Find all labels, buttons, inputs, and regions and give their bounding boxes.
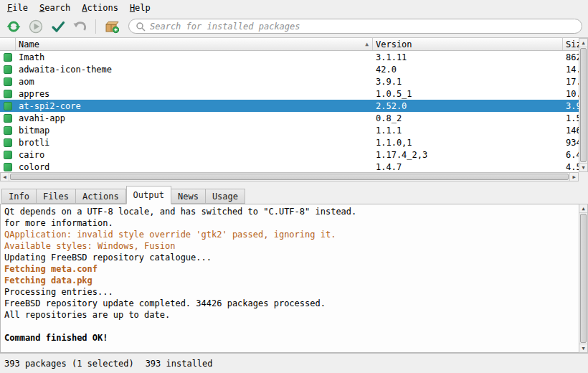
package-installed-icon (4, 90, 12, 98)
scroll-right-icon: ▶ (572, 174, 575, 180)
column-header-name[interactable]: Name ▲ (16, 38, 373, 50)
scroll-down-button[interactable]: ▼ (579, 163, 587, 171)
status-cell (0, 65, 16, 74)
menu-help[interactable]: Help (124, 1, 156, 14)
package-version-cell: 1.0.5_1 (373, 89, 563, 99)
scroll-left-button[interactable]: ◀ (1, 173, 9, 181)
output-text: Qt depends on a UTF-8 locale, and has sw… (4, 206, 575, 351)
get-updates-button[interactable] (101, 16, 121, 36)
output-scroll-up-button[interactable]: ▲ (579, 204, 587, 213)
table-row[interactable]: appres1.0.5_110.0 (0, 88, 579, 100)
package-version-cell: 1.4.7 (373, 162, 563, 172)
column-label-version: Version (376, 39, 412, 49)
commit-button[interactable] (48, 16, 68, 36)
table-row[interactable]: cairo1.17.4_2,36.46 (0, 148, 579, 161)
package-installed-icon (4, 77, 12, 86)
menu-actions[interactable]: Actions (76, 1, 124, 14)
scrollbar-corner (579, 172, 588, 181)
tab-files[interactable]: Files (37, 189, 76, 204)
column-header-status[interactable] (0, 38, 16, 50)
package-size-cell: 3.97 (563, 101, 579, 111)
package-version-cell: 3.1.11 (373, 52, 563, 62)
scroll-up-button[interactable]: ▲ (579, 39, 587, 47)
table-row[interactable]: at-spi2-core2.52.03.97 (0, 100, 579, 112)
table-row[interactable]: colord1.4.74.59 (0, 161, 579, 172)
installed-count-label: 393 installed (146, 359, 213, 369)
package-size-cell: 934. (563, 138, 579, 148)
tab-actions[interactable]: Actions (76, 189, 126, 204)
package-size-cell: 10.0 (563, 89, 579, 99)
column-header-size[interactable]: Size (563, 38, 579, 50)
scroll-down-icon: ▼ (582, 165, 584, 171)
package-size-cell: 4.59 (563, 162, 579, 172)
output-line: Processing entries... (4, 286, 575, 298)
table-horizontal-scrollbar[interactable]: ◀ ▶ (0, 172, 579, 181)
package-size-cell: 862. (563, 52, 579, 62)
scroll-right-button[interactable]: ▶ (569, 173, 578, 181)
run-transaction-button[interactable] (26, 16, 46, 36)
output-scroll-down-button[interactable]: ▼ (579, 344, 587, 352)
package-version-cell: 1.17.4_2,3 (373, 150, 563, 160)
status-cell (0, 90, 16, 98)
menu-search[interactable]: Search (34, 1, 76, 14)
package-size-cell: 146. (563, 126, 579, 136)
package-name-cell: aom (16, 77, 373, 87)
sync-database-button[interactable] (4, 16, 24, 36)
column-header-version[interactable]: Version (373, 38, 563, 50)
package-manager-window: FileSearchActionsHelp (0, 0, 588, 373)
output-panel: Qt depends on a UTF-8 locale, and has sw… (0, 204, 588, 353)
output-line: Updating FreeBSD repository catalogue... (4, 252, 575, 263)
table-row[interactable]: brotli1.1.0,1934. (0, 136, 579, 148)
tab-output[interactable]: Output (126, 186, 171, 204)
package-name-cell: adwaita-icon-theme (16, 65, 373, 75)
package-name-cell: colord (16, 162, 373, 172)
table-row[interactable]: Imath3.1.11862. (0, 51, 579, 63)
menu-file[interactable]: File (1, 1, 34, 14)
output-line: Command finished OK! (4, 332, 575, 344)
sync-packages-icon (6, 19, 22, 34)
package-size-cell: 17.8 (563, 77, 579, 87)
package-installed-icon (4, 138, 12, 147)
tab-news[interactable]: News (171, 189, 206, 204)
table-scrollbar-thumb[interactable] (580, 48, 587, 162)
package-version-cell: 1.1.0,1 (373, 138, 563, 148)
output-line: Fetching data.pkg (4, 275, 575, 286)
column-label-size: Size (566, 39, 579, 49)
package-version-cell: 1.1.1 (373, 126, 563, 136)
output-scrollbar-thumb[interactable] (580, 214, 587, 343)
table-hscrollbar-thumb[interactable] (10, 174, 569, 180)
tab-info[interactable]: Info (1, 189, 37, 204)
package-name-cell: brotli (16, 138, 373, 148)
package-installed-icon (4, 151, 12, 159)
package-installed-icon (4, 163, 12, 171)
table-row[interactable]: avahi-app0.8_21.59 (0, 112, 579, 124)
table-row[interactable]: adwaita-icon-theme42.014.0 (0, 63, 579, 75)
toolbar-separator (95, 19, 96, 34)
table-header: Name ▲ Version Size (0, 38, 579, 51)
package-installed-icon (4, 126, 12, 135)
output-vertical-scrollbar[interactable]: ▲ ▼ (579, 204, 588, 353)
tab-usage[interactable]: Usage (206, 189, 245, 204)
table-vertical-scrollbar[interactable]: ▲ ▼ (579, 38, 588, 172)
rollback-button[interactable] (70, 16, 90, 36)
package-count-label: 393 packages (1 selected) (4, 359, 134, 369)
search-box (128, 19, 582, 34)
table-row[interactable]: aom3.9.117.8 (0, 75, 579, 88)
package-name-cell: avahi-app (16, 113, 373, 123)
sort-ascending-icon: ▲ (365, 41, 369, 47)
table-row[interactable]: bitmap1.1.1146. (0, 124, 579, 136)
package-version-cell: 0.8_2 (373, 113, 563, 123)
package-name-cell: appres (16, 89, 373, 99)
output-line: QApplication: invalid style override 'gt… (4, 229, 575, 240)
output-line: Qt depends on a UTF-8 locale, and has sw… (4, 206, 575, 217)
scroll-left-icon: ◀ (3, 174, 6, 180)
output-line (4, 321, 575, 332)
package-installed-icon (4, 102, 12, 110)
package-version-cell: 2.52.0 (373, 101, 563, 111)
search-input[interactable] (150, 22, 575, 32)
tab-bar: InfoFilesActionsOutputNewsUsage (0, 184, 588, 204)
status-cell (0, 53, 16, 62)
output-line: Fetching meta.conf (4, 263, 575, 275)
status-cell (0, 126, 16, 135)
package-updates-icon (103, 19, 119, 34)
